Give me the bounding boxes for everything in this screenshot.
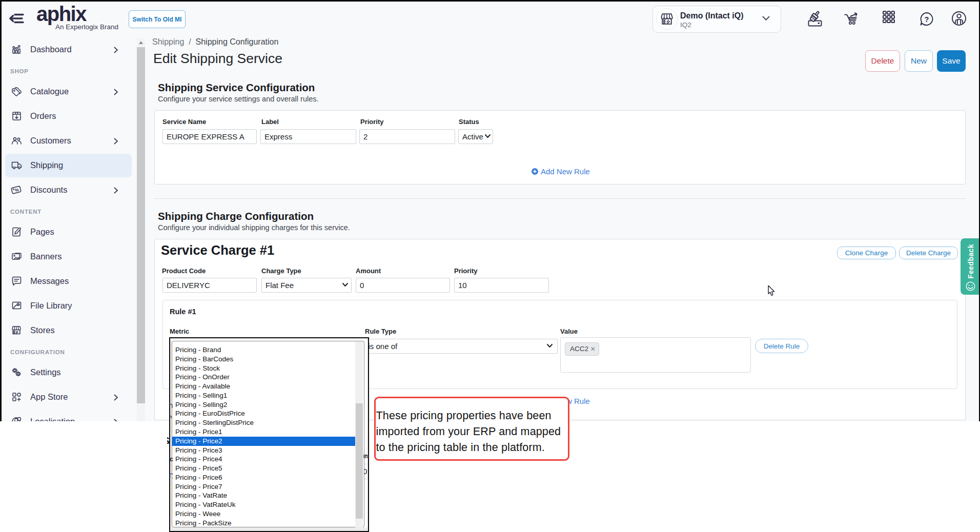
svg-text:?: ?	[924, 15, 929, 24]
svg-text:%: %	[14, 187, 19, 193]
